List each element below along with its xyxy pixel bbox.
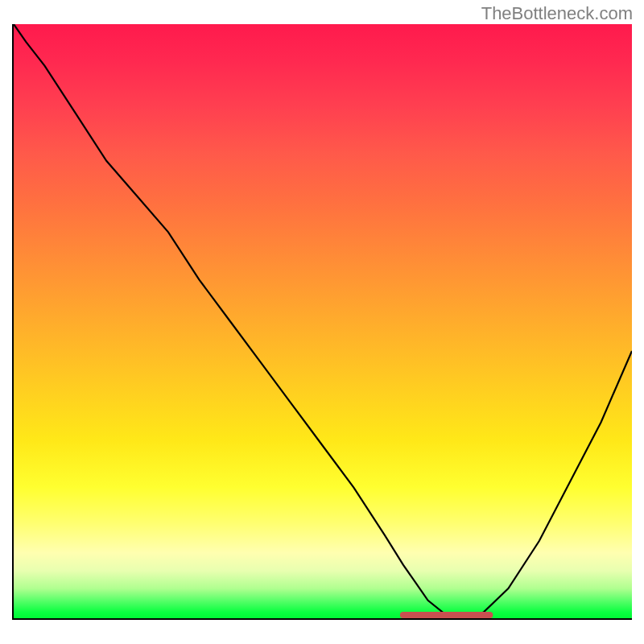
bottleneck-curve xyxy=(14,24,632,618)
chart-container: TheBottleneck.com xyxy=(0,0,644,644)
plot-area xyxy=(12,24,632,620)
watermark-text: TheBottleneck.com xyxy=(481,3,633,24)
chart-svg xyxy=(14,24,632,618)
